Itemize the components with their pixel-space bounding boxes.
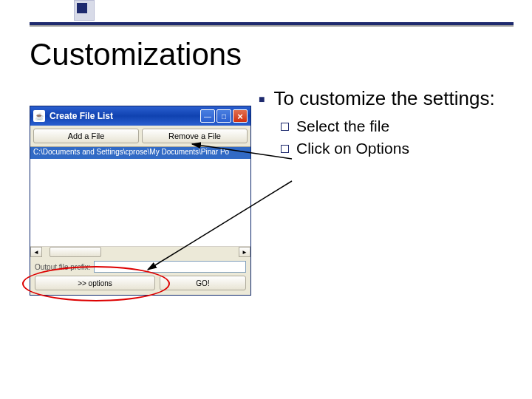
slide-top-rule <box>30 22 514 25</box>
file-row-selected[interactable]: C:\Documents and Settings\cprose\My Docu… <box>30 147 250 159</box>
options-button[interactable]: >> options <box>35 276 155 290</box>
close-button[interactable]: × <box>233 109 248 123</box>
bullet-sub-2: Click on Options <box>281 140 502 157</box>
toolbar: Add a File Remove a File <box>30 126 250 147</box>
remove-file-button[interactable]: Remove a File <box>142 129 248 143</box>
file-list[interactable]: C:\Documents and Settings\cprose\My Docu… <box>30 147 250 258</box>
bottom-panel: Output file prefix: >> options GO! <box>30 258 250 295</box>
bullet-hollow-square-icon <box>281 123 289 131</box>
slide-title: Customizations <box>30 37 242 72</box>
window-titlebar: ☕ Create File List — □ × <box>30 106 250 126</box>
bullet-sub-1-text: Select the file <box>296 117 389 135</box>
slide-accent-square <box>74 0 95 21</box>
output-prefix-label: Output file prefix: <box>35 263 91 271</box>
scroll-left-icon[interactable]: ◄ <box>30 247 42 257</box>
add-file-button[interactable]: Add a File <box>33 129 139 143</box>
app-screenshot: ☕ Create File List — □ × Add a File Remo… <box>30 100 251 303</box>
bullet-sub-2-text: Click on Options <box>296 140 409 157</box>
bullet-main: ■ To customize the settings: <box>259 87 502 110</box>
go-button[interactable]: GO! <box>160 276 246 290</box>
bullet-square-icon: ■ <box>259 93 265 110</box>
java-icon: ☕ <box>33 110 45 122</box>
app-window: ☕ Create File List — □ × Add a File Remo… <box>30 106 251 296</box>
window-title: Create File List <box>50 111 200 121</box>
bullet-hollow-square-icon <box>281 145 289 153</box>
minimize-button[interactable]: — <box>200 109 215 123</box>
scroll-thumb[interactable] <box>50 247 101 257</box>
maximize-button[interactable]: □ <box>216 109 231 123</box>
horizontal-scrollbar[interactable]: ◄ ► <box>30 246 250 258</box>
bullet-main-text: To customize the settings: <box>273 87 494 110</box>
bullet-sub-1: Select the file <box>281 117 502 135</box>
scroll-right-icon[interactable]: ► <box>239 247 250 257</box>
text-content: ■ To customize the settings: Select the … <box>259 87 502 162</box>
output-prefix-input[interactable] <box>94 261 246 273</box>
